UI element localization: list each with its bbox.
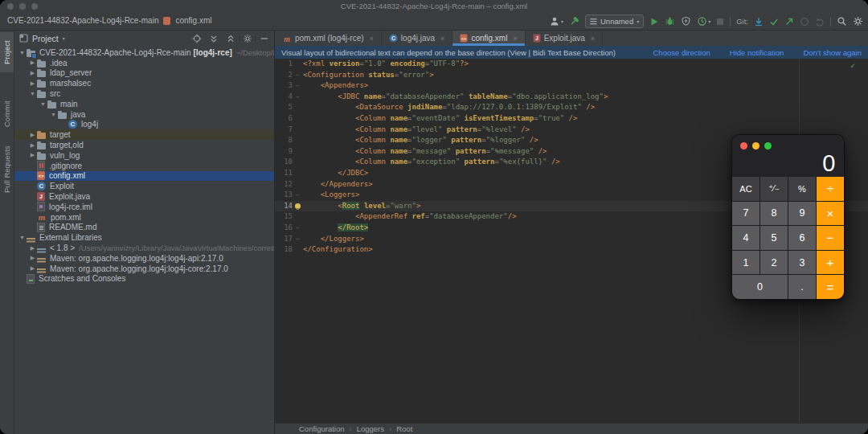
tree-item-vuln-log[interactable]: ▶vuln_log <box>14 150 274 161</box>
inspections-ok-icon[interactable]: ✓ <box>850 60 855 72</box>
rollback-button[interactable] <box>815 17 825 27</box>
locate-file-icon[interactable] <box>192 34 202 43</box>
calc-key-4[interactable]: 4 <box>732 226 760 250</box>
banner-action-hide-notification[interactable]: Hide notification <box>730 48 784 57</box>
calc-key-.[interactable]: . <box>788 275 816 299</box>
calc-key-−[interactable]: − <box>817 226 844 250</box>
tree-chevron-icon[interactable]: ▶ <box>28 70 37 76</box>
calc-key-6[interactable]: 6 <box>788 226 816 250</box>
search-everywhere-button[interactable] <box>837 16 847 27</box>
project-panel-title[interactable]: Project <box>32 34 59 43</box>
tree-item-pom-xml[interactable]: pom.xml <box>14 212 274 223</box>
tree-item-java[interactable]: ▼java <box>14 109 274 120</box>
tree-item-maven-org-apache-logging-log4j-log4j-core-2-17-0[interactable]: ▶Maven: org.apache.logging.log4j:log4j-c… <box>14 264 274 274</box>
calc-key-7[interactable]: 7 <box>732 202 760 226</box>
build-button[interactable] <box>569 16 579 27</box>
tree-item-cve-2021-44832-apache-log4j-rce-main[interactable]: ▼CVE-2021-44832-Apache-Log4j-Rce-main[lo… <box>14 47 274 58</box>
calc-key-1[interactable]: 1 <box>732 251 760 275</box>
calc-key-%[interactable]: % <box>788 177 816 201</box>
tree-item-maven-org-apache-logging-log4j-log4j-api-2-17-0[interactable]: ▶Maven: org.apache.logging.log4j:log4j-a… <box>14 253 274 264</box>
code-line-1[interactable]: 1<?xml version="1.0" encoding="UTF-8"?> <box>275 59 868 70</box>
tree-item-main[interactable]: ▼main <box>14 99 274 109</box>
banner-action-choose-direction[interactable]: Choose direction <box>653 48 710 57</box>
editor-tab-config-xml[interactable]: config.xml× <box>452 31 525 46</box>
code-line-2[interactable]: 2−<Configuration status="error"> <box>275 70 868 81</box>
git-push-button[interactable] <box>784 17 794 27</box>
tree-item--gitignore[interactable]: .gitignore <box>14 161 274 171</box>
run-configuration-select[interactable]: Unnamed ▾ <box>585 14 644 28</box>
window-tab[interactable]: CVE-2021-44832-Apache-Log4j-Rce-main con… <box>7 16 211 25</box>
calc-key-9[interactable]: 9 <box>788 202 816 226</box>
debug-button[interactable] <box>665 16 675 27</box>
tree-item-log4j[interactable]: log4j <box>14 120 274 130</box>
tree-chevron-icon[interactable]: ▶ <box>28 142 37 149</box>
calc-key-8[interactable]: 8 <box>760 202 788 226</box>
tree-item-ldap-server[interactable]: ▶ldap_server <box>14 68 274 79</box>
chevron-down-icon[interactable]: ▾ <box>63 35 65 41</box>
tree-item-exploit-java[interactable]: Exploit.java <box>14 191 274 202</box>
editor-tab-exploit-java[interactable]: Exploit.java× <box>526 31 603 46</box>
user-menu-button[interactable]: ▾ <box>550 16 563 27</box>
calc-key-0[interactable]: 0 <box>732 275 788 299</box>
calc-zoom-button[interactable] <box>764 142 772 149</box>
tab-close-icon[interactable]: × <box>370 35 374 43</box>
calc-key-3[interactable]: 3 <box>788 251 816 275</box>
hide-panel-icon[interactable] <box>260 34 269 43</box>
calc-key-2[interactable]: 2 <box>760 251 788 275</box>
expand-all-icon[interactable] <box>209 34 219 43</box>
code-line-6[interactable]: 6 <Column name="eventDate" isEventTimest… <box>275 113 868 125</box>
tree-chevron-icon[interactable]: ▶ <box>28 132 37 138</box>
tree-item--idea[interactable]: ▶.idea <box>14 58 274 68</box>
breadcrumb-item-loggers[interactable]: Loggers <box>357 424 384 433</box>
git-commit-button[interactable] <box>769 17 779 27</box>
editor-tab-log4j-java[interactable]: log4j.java× <box>382 31 453 46</box>
stripe-button-project[interactable]: Project <box>0 32 14 72</box>
collapse-all-icon[interactable] <box>226 34 235 43</box>
breadcrumb-item-configuration[interactable]: Configuration <box>299 424 345 433</box>
tree-chevron-icon[interactable]: ▶ <box>28 80 37 87</box>
calc-key-×[interactable]: × <box>817 202 844 226</box>
banner-action-don-t-show-again[interactable]: Don't show again <box>803 48 862 57</box>
tab-close-icon[interactable]: × <box>440 35 444 43</box>
intention-bulb-icon[interactable] <box>295 203 301 209</box>
tree-item-config-xml[interactable]: config.xml <box>14 171 274 182</box>
tree-chevron-icon[interactable]: ▼ <box>28 91 37 96</box>
tree-chevron-icon[interactable]: ▶ <box>28 152 37 158</box>
breadcrumb-item-root[interactable]: Root <box>396 424 412 433</box>
calc-key-AC[interactable]: AC <box>732 177 760 201</box>
tree-chevron-icon[interactable]: ▶ <box>28 255 37 261</box>
code-line-4[interactable]: 4− <JDBC name="databaseAppender" tableNa… <box>275 92 868 103</box>
tree-chevron-icon[interactable]: ▶ <box>28 59 37 66</box>
calc-key-÷[interactable]: ÷ <box>817 177 844 201</box>
code-line-3[interactable]: 3− <Appenders> <box>275 80 868 92</box>
calc-key-+[interactable]: + <box>817 251 844 275</box>
calculator-window[interactable]: 0 AC⁺⁄₋%÷789×456−123+0.= <box>731 134 845 300</box>
editor-tab-pom-xml-log4j-rce-[interactable]: pom.xml (log4j-rce)× <box>275 31 382 46</box>
code-line-5[interactable]: 5 <DataSource jndiName="ldap://127.0.0.1… <box>275 102 868 113</box>
history-button[interactable] <box>800 17 809 27</box>
tree-item-target[interactable]: ▶target <box>14 129 274 140</box>
tree-chevron-icon[interactable]: ▼ <box>39 101 47 107</box>
tree-item-scratches-and-consoles[interactable]: Scratches and Consoles <box>14 274 274 285</box>
calc-close-button[interactable] <box>740 142 747 149</box>
tree-item-src[interactable]: ▼src <box>14 88 274 99</box>
settings-button[interactable] <box>853 16 863 27</box>
profiler-button[interactable]: ▾ <box>697 16 710 27</box>
tree-chevron-icon[interactable]: ▶ <box>28 265 37 272</box>
stop-button[interactable] <box>716 18 724 26</box>
stripe-button-pull-requests[interactable]: Pull Requests <box>0 137 14 203</box>
tree-item-exploit[interactable]: Exploit <box>14 181 274 191</box>
tree-item-log4j-rce-iml[interactable]: log4j-rce.iml <box>14 202 274 212</box>
tree-chevron-icon[interactable]: ▼ <box>18 50 27 55</box>
tab-close-icon[interactable]: × <box>591 35 595 43</box>
calc-key-=[interactable]: = <box>817 275 844 299</box>
tree-item--1-8-[interactable]: ▶< 1.8 >/Users/yarinvizry/Library/Java/J… <box>14 243 274 253</box>
tree-chevron-icon[interactable]: ▼ <box>18 235 27 240</box>
calc-minimize-button[interactable] <box>752 142 760 149</box>
stripe-button-commit[interactable]: Commit <box>0 95 14 133</box>
panel-settings-icon[interactable] <box>243 34 252 43</box>
calculator-window-controls[interactable] <box>740 142 772 149</box>
tree-item-readme-md[interactable]: README.md <box>14 223 274 233</box>
tree-item-marshalsec[interactable]: ▶marshalsec <box>14 78 274 88</box>
tree-chevron-icon[interactable]: ▶ <box>28 245 37 252</box>
